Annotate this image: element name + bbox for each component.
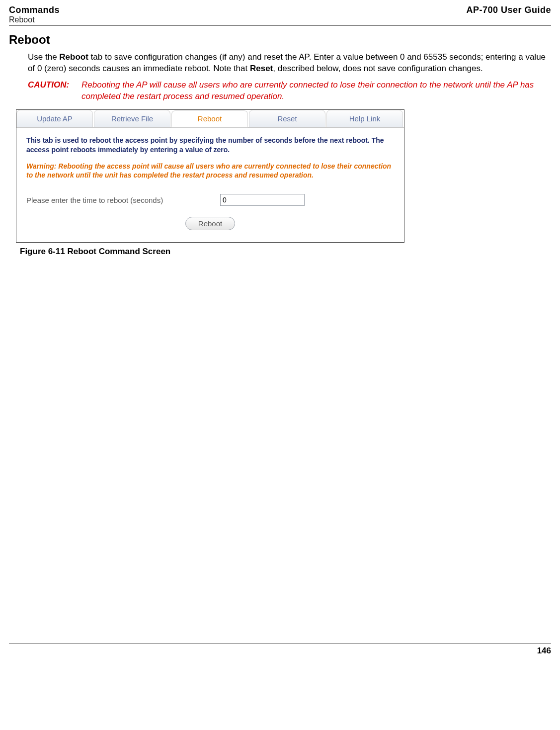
caution-block: CAUTION: Rebooting the AP will cause all…: [28, 80, 551, 102]
header-subsection: Reboot: [9, 15, 60, 24]
tab-reboot[interactable]: Reboot: [171, 110, 248, 127]
reboot-time-label: Please enter the time to reboot (seconds…: [26, 196, 220, 204]
button-row: Reboot: [26, 217, 394, 232]
figure-caption: Figure 6-11 Reboot Command Screen: [20, 247, 551, 257]
tab-help-link[interactable]: Help Link: [326, 110, 403, 127]
caution-text: Rebooting the AP will cause all users wh…: [81, 80, 551, 102]
reboot-time-input[interactable]: [220, 194, 305, 206]
tab-bar: Update AP Retrieve File Reboot Reset Hel…: [16, 110, 404, 128]
section-title: Reboot: [9, 33, 551, 47]
strong-reboot: Reboot: [59, 52, 88, 62]
tab-reset[interactable]: Reset: [249, 110, 325, 127]
panel-warning-text: Warning: Rebooting the access point will…: [26, 162, 394, 181]
section-body: Use the Reboot tab to save configuration…: [28, 52, 551, 75]
page-header: Commands Reboot AP-700 User Guide: [9, 5, 551, 26]
embedded-screenshot: Update AP Retrieve File Reboot Reset Hel…: [16, 109, 404, 243]
text-run: , described below, does not save configu…: [273, 64, 482, 73]
tab-retrieve-file[interactable]: Retrieve File: [94, 110, 170, 127]
text-run: Use the: [28, 52, 59, 62]
caution-label: CAUTION:: [28, 80, 81, 91]
panel-info-text: This tab is used to reboot the access po…: [26, 136, 394, 155]
strong-reset: Reset: [250, 64, 273, 73]
page-number: 146: [537, 646, 551, 655]
reboot-time-row: Please enter the time to reboot (seconds…: [26, 194, 394, 206]
page-footer: 146: [9, 643, 551, 656]
header-section: Commands: [9, 5, 60, 15]
tab-update-ap[interactable]: Update AP: [16, 110, 93, 127]
header-doc-title: AP-700 User Guide: [466, 5, 551, 15]
reboot-button[interactable]: Reboot: [185, 217, 235, 230]
header-left: Commands Reboot: [9, 5, 60, 24]
tab-panel: This tab is used to reboot the access po…: [16, 128, 404, 243]
blank-space: [9, 257, 551, 639]
